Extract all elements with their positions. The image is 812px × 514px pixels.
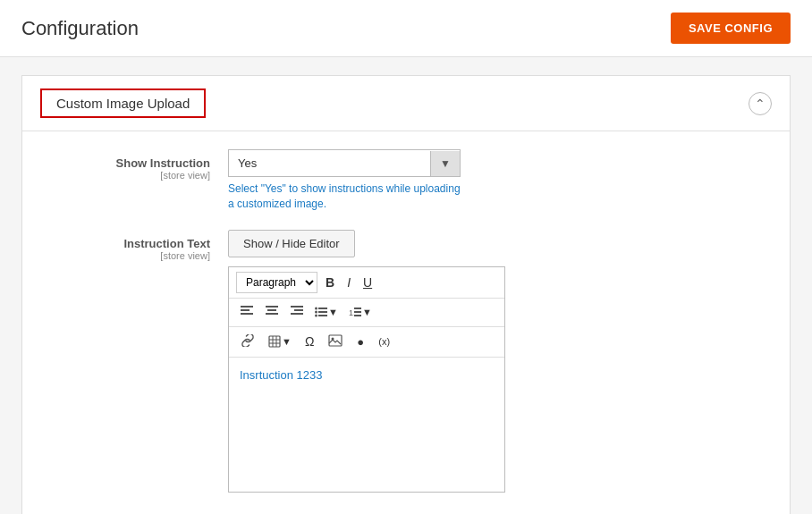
instruction-text-label: Instruction Text [store view]	[49, 230, 228, 261]
paragraph-select[interactable]: Paragraph	[236, 272, 317, 293]
editor-toolbar-row3: ▼ Ω ● (x)	[229, 327, 504, 358]
svg-rect-4	[267, 309, 276, 311]
link-button[interactable]	[236, 332, 259, 352]
svg-rect-16	[354, 308, 361, 309]
editor-text: Insrtuction 1233	[240, 368, 323, 382]
show-instruction-row: Show Instruction [store view] Yes No ▼ S…	[49, 149, 763, 212]
unordered-list-arrow: ▼	[328, 307, 338, 317]
svg-point-9	[315, 308, 317, 310]
section-header: Custom Image Upload ⌃	[22, 76, 790, 131]
svg-point-13	[315, 315, 317, 317]
svg-rect-0	[241, 306, 253, 308]
show-instruction-hint: Select "Yes" to show instructions while …	[228, 181, 461, 212]
align-right-button[interactable]	[286, 303, 308, 322]
svg-point-11	[315, 311, 317, 314]
svg-rect-7	[294, 309, 303, 311]
svg-rect-18	[354, 315, 361, 316]
show-instruction-control: Yes No ▼ Select "Yes" to show instructio…	[228, 149, 763, 212]
show-instruction-select-wrapper: Yes No ▼	[228, 149, 461, 177]
align-center-button[interactable]	[261, 303, 283, 322]
svg-rect-5	[266, 313, 278, 315]
svg-rect-17	[354, 311, 361, 313]
table-button[interactable]: ▼	[265, 333, 295, 350]
show-instruction-select[interactable]: Yes No	[229, 150, 430, 176]
editor-toolbar-row2: ▼ 1. ▼	[229, 299, 504, 327]
bold-button[interactable]: B	[321, 273, 339, 292]
image-button[interactable]	[324, 332, 347, 352]
svg-rect-8	[291, 313, 303, 315]
svg-rect-24	[329, 335, 342, 346]
svg-rect-19	[269, 336, 280, 347]
editor-toolbar-row1: Paragraph B I U	[229, 267, 504, 299]
ordered-list-arrow: ▼	[362, 307, 372, 317]
widget-button[interactable]: ●	[352, 333, 368, 351]
align-left-button[interactable]	[236, 303, 258, 322]
page-title: Configuration	[21, 17, 139, 40]
show-hide-editor-button[interactable]: Show / Hide Editor	[228, 230, 355, 257]
show-instruction-label: Show Instruction [store view]	[49, 149, 228, 181]
ordered-list-button[interactable]: 1. ▼	[345, 304, 376, 320]
select-arrow-icon: ▼	[430, 151, 460, 176]
page-header: Configuration Save Config	[0, 0, 812, 57]
instruction-text-row: Instruction Text [store view] Show / Hid…	[49, 230, 763, 493]
svg-rect-6	[291, 306, 303, 308]
svg-rect-1	[241, 309, 250, 311]
editor-container: Paragraph B I U	[228, 266, 505, 493]
italic-button[interactable]: I	[343, 273, 355, 292]
svg-rect-12	[318, 311, 327, 313]
section-title: Custom Image Upload	[40, 88, 206, 118]
instruction-text-control: Show / Hide Editor Paragraph B I U	[228, 230, 763, 493]
collapse-icon[interactable]: ⌃	[749, 92, 772, 115]
unordered-list-button[interactable]: ▼	[311, 304, 342, 320]
section-body: Show Instruction [store view] Yes No ▼ S…	[22, 131, 790, 514]
editor-content[interactable]: Insrtuction 1233	[229, 358, 504, 492]
underline-button[interactable]: U	[359, 273, 376, 292]
section-panel: Custom Image Upload ⌃ Show Instruction […	[21, 75, 791, 514]
special-char-button[interactable]: Ω	[300, 332, 318, 351]
save-config-button[interactable]: Save Config	[671, 13, 791, 44]
variable-button[interactable]: (x)	[374, 333, 394, 350]
svg-rect-10	[318, 308, 327, 309]
svg-rect-14	[318, 315, 327, 316]
svg-rect-2	[241, 313, 253, 315]
svg-rect-3	[266, 306, 278, 308]
content-area: Custom Image Upload ⌃ Show Instruction […	[0, 57, 812, 514]
